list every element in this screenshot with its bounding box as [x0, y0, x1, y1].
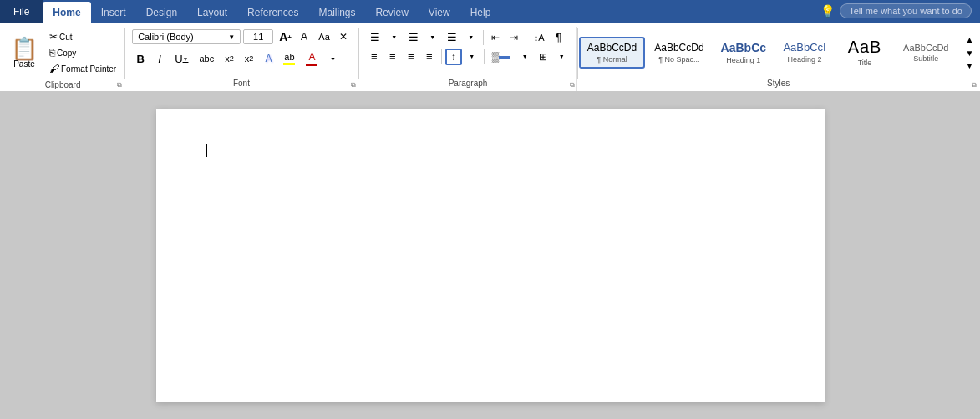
decrease-indent-button[interactable]: ⇤ — [487, 29, 504, 46]
tab-mailings[interactable]: Mailings — [308, 2, 365, 23]
para-divider — [483, 30, 484, 45]
style-title-label: Title — [858, 59, 872, 67]
document-page[interactable] — [156, 109, 825, 402]
tab-home[interactable]: Home — [43, 2, 90, 23]
shading-icon: ▒ — [492, 51, 500, 63]
font-dropdown-icon[interactable]: ▼ — [228, 33, 235, 41]
bullets-button[interactable]: ☰ — [366, 28, 384, 46]
para-divider3 — [441, 49, 442, 64]
paste-icon: 📋 — [11, 38, 38, 59]
strikethrough-button[interactable]: abc — [195, 51, 218, 66]
superscript-button[interactable]: x2 — [241, 51, 258, 66]
style-no-spacing[interactable]: AaBbCcDd ¶ No Spac... — [647, 38, 711, 68]
tab-insert[interactable]: Insert — [91, 2, 136, 23]
tab-references[interactable]: References — [237, 2, 308, 23]
tab-file[interactable]: File — [0, 0, 43, 23]
font-expand-icon[interactable]: ⧉ — [351, 81, 356, 89]
ribbon-tab-bar: File Home Insert Design Layout Reference… — [0, 0, 980, 23]
clipboard-expand-icon[interactable]: ⧉ — [117, 81, 122, 89]
font-row2: B I U ▼ abc x2 x2 A ab A — [132, 49, 351, 69]
sort-button[interactable]: ↕A — [530, 30, 549, 45]
cut-label: Cut — [59, 33, 73, 42]
font-color-bar — [306, 64, 317, 66]
para-expand-icon[interactable]: ⧉ — [570, 81, 575, 89]
multilevel-dropdown[interactable]: ▼ — [463, 32, 480, 43]
font-color-dropdown[interactable]: ▼ — [324, 54, 341, 64]
styles-list: AaBbCcDd ¶ Normal AaBbCcDd ¶ No Spac... … — [579, 27, 978, 78]
justify-button[interactable]: ≡ — [421, 48, 438, 65]
change-case-button[interactable]: Aa — [315, 30, 333, 43]
paste-label: Paste — [13, 59, 35, 69]
style-heading2[interactable]: AaBbCcI Heading 2 — [775, 37, 834, 68]
style-heading1[interactable]: AaBbCc Heading 1 — [713, 37, 774, 69]
styles-group-label: Styles — [578, 77, 978, 89]
style-h1-preview: AaBbCc — [721, 41, 766, 54]
highlight-button[interactable]: ab — [279, 49, 299, 68]
numbering-dropdown[interactable]: ▼ — [424, 32, 441, 43]
style-nospace-label: ¶ No Spac... — [658, 55, 699, 64]
clipboard-group-label: Clipboard — [5, 79, 120, 91]
tab-review[interactable]: Review — [365, 2, 418, 23]
multilevel-button[interactable]: ☰ — [443, 28, 461, 46]
tab-help[interactable]: Help — [460, 2, 501, 23]
clear-format-button[interactable]: ✕ — [336, 29, 351, 44]
style-h1-label: Heading 1 — [726, 56, 760, 64]
para-divider4 — [484, 49, 485, 64]
bold-button[interactable]: B — [132, 50, 149, 68]
align-center-button[interactable]: ≡ — [384, 48, 401, 65]
underline-dropdown-icon[interactable]: ▼ — [183, 56, 189, 62]
font-shrink-button[interactable]: A- — [297, 29, 312, 44]
tab-layout[interactable]: Layout — [187, 2, 237, 23]
style-normal[interactable]: AaBbCcDd ¶ Normal — [579, 37, 645, 69]
numbering-button[interactable]: ☰ — [404, 28, 423, 46]
font-size-selector[interactable]: 11 — [243, 29, 273, 44]
text-effects-button[interactable]: A — [260, 50, 277, 67]
font-name-value: Calibri (Body) — [138, 32, 194, 42]
copy-button[interactable]: ⎘ Copy — [45, 45, 120, 60]
font-color-button[interactable]: A — [302, 49, 322, 69]
underline-button[interactable]: U ▼ — [170, 50, 192, 68]
tab-design[interactable]: Design — [136, 2, 187, 23]
style-subtitle[interactable]: AaBbCcDd Subtitle — [896, 38, 956, 67]
clipboard-small-buttons: ✂ Cut ⎘ Copy 🖌 Format Painter — [45, 29, 120, 76]
style-title-preview: AaB — [848, 38, 882, 57]
styles-scroll-up[interactable]: ▲ — [961, 33, 977, 46]
style-normal-preview: AaBbCcDd — [587, 42, 637, 54]
clipboard-group: 📋 Paste ✂ Cut ⎘ Copy 🖌 Format Painter — [2, 27, 124, 91]
bullets-dropdown[interactable]: ▼ — [386, 32, 403, 43]
font-grow-button[interactable]: A+ — [276, 28, 295, 45]
increase-indent-button[interactable]: ⇥ — [505, 29, 522, 46]
tab-view[interactable]: View — [419, 2, 460, 23]
font-size-value: 11 — [253, 32, 263, 42]
borders-button[interactable]: ⊞ — [535, 49, 551, 65]
styles-expand-icon[interactable]: ⧉ — [972, 81, 977, 89]
font-name-selector[interactable]: Calibri (Body) ▼ — [132, 29, 241, 44]
font-color-text: A — [308, 51, 315, 63]
shading-dropdown[interactable]: ▼ — [516, 51, 533, 62]
format-painter-button[interactable]: 🖌 Format Painter — [45, 61, 120, 76]
borders-dropdown[interactable]: ▼ — [553, 51, 570, 62]
shading-color-bar — [499, 56, 510, 59]
align-right-button[interactable]: ≡ — [403, 48, 419, 65]
show-marks-button[interactable]: ¶ — [551, 28, 567, 46]
italic-button[interactable]: I — [151, 50, 168, 68]
clipboard-group-bottom: Clipboard ⧉ — [5, 79, 120, 91]
style-h2-label: Heading 2 — [788, 55, 822, 64]
line-spacing-dropdown[interactable]: ▼ — [464, 51, 480, 62]
align-left-button[interactable]: ≡ — [366, 48, 383, 65]
shading-button[interactable]: ▒ — [488, 49, 515, 65]
cut-button[interactable]: ✂ Cut — [45, 29, 120, 44]
style-normal-label: ¶ Normal — [597, 55, 627, 64]
styles-more-button[interactable]: ▼ — [961, 60, 977, 72]
paintbrush-icon: 🖌 — [49, 63, 59, 74]
paste-button[interactable]: 📋 Paste — [5, 35, 43, 71]
styles-scroll-area: ▲ ▼ ▼ — [961, 33, 977, 72]
line-spacing-button[interactable]: ↕ — [445, 49, 462, 65]
style-subtitle-preview: AaBbCcDd — [903, 43, 948, 53]
tellme-input[interactable]: Tell me what you want to do — [840, 3, 972, 18]
font-group: Calibri (Body) ▼ 11 A+ A- Aa ✕ B I — [125, 27, 358, 91]
subscript-button[interactable]: x2 — [221, 51, 238, 66]
text-cursor — [206, 144, 207, 157]
styles-scroll-down[interactable]: ▼ — [961, 47, 977, 59]
style-title[interactable]: AaB Title — [835, 33, 894, 71]
